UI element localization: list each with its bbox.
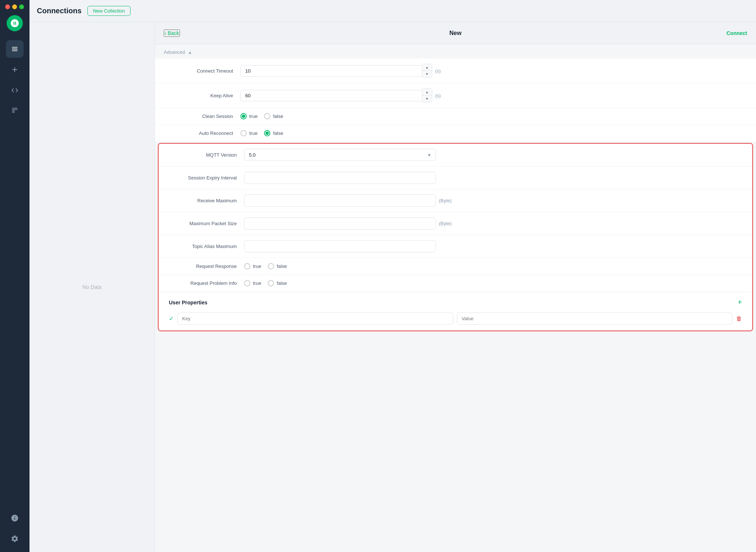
traffic-light-yellow[interactable] xyxy=(12,4,17,9)
connect-timeout-unit: (s) xyxy=(435,68,441,74)
no-data-label: No Data xyxy=(83,284,101,290)
sidebar-item-data[interactable] xyxy=(6,102,24,120)
check-icon: ✓ xyxy=(169,315,174,322)
back-button[interactable]: ‹ Back xyxy=(164,29,180,37)
request-problem-info-false-option[interactable]: false xyxy=(268,280,287,286)
auto-reconnect-radio-group: true false xyxy=(240,130,283,136)
connect-timeout-down[interactable]: ▼ xyxy=(422,71,432,77)
connect-timeout-up[interactable]: ▲ xyxy=(422,64,432,71)
auto-reconnect-control: true false xyxy=(240,130,744,136)
session-expiry-input[interactable] xyxy=(244,172,436,184)
content-area: No Data ‹ Back New Connect Advanced ▲ xyxy=(30,22,756,552)
clean-session-false-radio[interactable] xyxy=(264,113,270,119)
page-title: New xyxy=(450,30,462,36)
connect-timeout-control: ▲ ▼ (s) xyxy=(240,64,744,78)
auto-reconnect-true-radio[interactable] xyxy=(240,130,247,136)
clean-session-true-option[interactable]: true xyxy=(240,113,257,119)
clean-session-radio-group: true false xyxy=(240,113,283,119)
main-area: Connections New Collection No Data ‹ Bac… xyxy=(30,0,756,552)
request-problem-info-control: true false xyxy=(244,280,741,286)
request-response-radio-group: true false xyxy=(244,263,287,269)
session-expiry-row: Session Expiry Interval xyxy=(159,167,752,189)
request-problem-info-label: Request Problem Info xyxy=(170,280,244,286)
code-icon xyxy=(11,86,19,94)
sidebar-item-info[interactable] xyxy=(6,509,24,527)
keep-alive-label: Keep Alive xyxy=(167,93,240,98)
connect-timeout-row: Connect Timeout ▲ ▼ (s) xyxy=(155,59,756,83)
mqtt-version-row: MQTT Version 3.1 3.1.1 5.0 ▼ xyxy=(159,144,752,167)
sidebar-item-connections[interactable] xyxy=(6,40,24,58)
request-response-true-option[interactable]: true xyxy=(244,263,261,269)
request-response-false-radio[interactable] xyxy=(268,263,274,269)
keep-alive-spinners: ▲ ▼ xyxy=(422,88,432,102)
request-response-true-radio[interactable] xyxy=(244,263,250,269)
auto-reconnect-false-option[interactable]: false xyxy=(264,130,283,136)
topic-alias-control xyxy=(244,240,741,252)
connections-title: Connections xyxy=(37,7,82,15)
clean-session-control: true false xyxy=(240,113,744,119)
request-problem-info-true-radio[interactable] xyxy=(244,280,250,286)
request-response-row: Request Response true false xyxy=(159,258,752,275)
user-properties-section: User Properties + ✓ 🗑 xyxy=(159,292,752,331)
max-packet-size-input[interactable] xyxy=(244,217,436,230)
auto-reconnect-true-option[interactable]: true xyxy=(240,130,257,136)
receive-maximum-row: Receive Maximum (Byte) xyxy=(159,189,752,212)
auto-reconnect-true-label: true xyxy=(249,130,257,136)
mqtt-version-label: MQTT Version xyxy=(170,152,244,158)
advanced-header[interactable]: Advanced ▲ xyxy=(155,44,756,59)
request-problem-info-radio-group: true false xyxy=(244,280,287,286)
sidebar-item-add[interactable] xyxy=(6,61,24,78)
form-area: Advanced ▲ Connect Timeout ▲ ▼ xyxy=(155,44,756,552)
connect-button[interactable]: Connect xyxy=(726,30,747,36)
max-packet-size-unit: (Byte) xyxy=(439,221,452,226)
connect-timeout-spinners: ▲ ▼ xyxy=(422,64,432,78)
add-property-button[interactable]: + xyxy=(738,298,742,307)
info-icon xyxy=(11,514,19,522)
sidebar-bottom xyxy=(6,509,24,548)
clean-session-false-option[interactable]: false xyxy=(264,113,283,119)
keep-alive-down[interactable]: ▼ xyxy=(422,95,432,102)
request-problem-info-false-radio[interactable] xyxy=(268,280,274,286)
request-response-false-option[interactable]: false xyxy=(268,263,287,269)
request-problem-info-true-label: true xyxy=(253,280,261,286)
traffic-light-red[interactable] xyxy=(5,4,10,9)
mqtt-form-card: MQTT Version 3.1 3.1.1 5.0 ▼ xyxy=(159,144,752,291)
auto-reconnect-label: Auto Reconnect xyxy=(167,130,240,136)
traffic-light-green[interactable] xyxy=(19,4,24,9)
red-outlined-section: MQTT Version 3.1 3.1.1 5.0 ▼ xyxy=(158,143,753,331)
topic-alias-label: Topic Alias Maximum xyxy=(170,244,244,249)
right-panel: ‹ Back New Connect Advanced ▲ Connect Ti… xyxy=(155,22,756,552)
auto-reconnect-false-radio[interactable] xyxy=(264,130,270,136)
topic-alias-row: Topic Alias Maximum xyxy=(159,235,752,258)
delete-property-icon[interactable]: 🗑 xyxy=(736,315,742,322)
user-properties-title: User Properties xyxy=(169,300,207,305)
receive-maximum-control: (Byte) xyxy=(244,195,741,207)
connect-timeout-label: Connect Timeout xyxy=(167,68,240,74)
receive-maximum-unit: (Byte) xyxy=(439,198,452,203)
auto-reconnect-row: Auto Reconnect true false xyxy=(155,125,756,142)
request-problem-info-row: Request Problem Info true fal xyxy=(159,275,752,291)
left-panel: No Data xyxy=(30,22,155,552)
sidebar-item-code[interactable] xyxy=(6,81,24,99)
new-collection-button[interactable]: New Collection xyxy=(87,6,131,16)
property-key-input[interactable] xyxy=(177,312,453,325)
sidebar-item-settings[interactable] xyxy=(6,530,24,548)
connect-timeout-input[interactable] xyxy=(240,65,422,77)
property-value-input[interactable] xyxy=(457,312,733,325)
topic-alias-input[interactable] xyxy=(244,240,436,252)
receive-maximum-input[interactable] xyxy=(244,195,436,207)
clean-session-false-label: false xyxy=(273,113,283,119)
mqtt-version-select-wrap: 3.1 3.1.1 5.0 ▼ xyxy=(244,149,436,161)
gear-icon xyxy=(11,535,19,543)
clean-session-true-radio[interactable] xyxy=(240,113,247,119)
keep-alive-input[interactable] xyxy=(240,90,422,101)
request-problem-info-true-option[interactable]: true xyxy=(244,280,261,286)
user-property-row: ✓ 🗑 xyxy=(169,312,742,325)
mqtt-version-select[interactable]: 3.1 3.1.1 5.0 xyxy=(244,149,436,161)
keep-alive-up[interactable]: ▲ xyxy=(422,89,432,95)
max-packet-size-control: (Byte) xyxy=(244,217,741,230)
connect-timeout-input-wrap: ▲ ▼ xyxy=(240,64,432,78)
logo-icon xyxy=(10,18,20,28)
clean-session-row: Clean Session true false xyxy=(155,108,756,125)
keep-alive-row: Keep Alive ▲ ▼ (s) xyxy=(155,83,756,108)
